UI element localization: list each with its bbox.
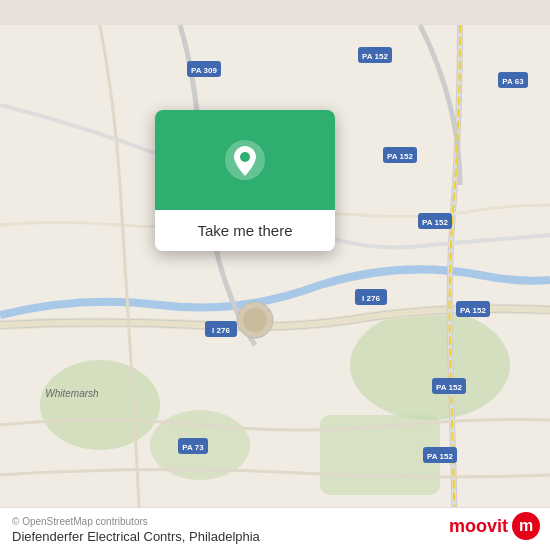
svg-text:PA 152: PA 152 (387, 152, 413, 161)
svg-text:PA 152: PA 152 (422, 218, 448, 227)
svg-point-31 (240, 152, 250, 162)
moovit-brand-icon: m (512, 512, 540, 540)
svg-text:I 276: I 276 (362, 294, 380, 303)
popup-header (155, 110, 335, 210)
svg-text:PA 63: PA 63 (502, 77, 524, 86)
svg-text:PA 309: PA 309 (191, 66, 217, 75)
map-background: PA 309 PA 152 PA 63 PA 152 PA 152 PA 152… (0, 0, 550, 550)
svg-point-6 (243, 308, 267, 332)
svg-text:I 276: I 276 (212, 326, 230, 335)
map-container: PA 309 PA 152 PA 63 PA 152 PA 152 PA 152… (0, 0, 550, 550)
svg-text:PA 152: PA 152 (460, 306, 486, 315)
location-pin-icon (223, 138, 267, 182)
svg-text:PA 152: PA 152 (362, 52, 388, 61)
svg-text:PA 152: PA 152 (436, 383, 462, 392)
popup-card: Take me there (155, 110, 335, 251)
svg-text:PA 152: PA 152 (427, 452, 453, 461)
svg-text:PA 73: PA 73 (182, 443, 204, 452)
svg-point-1 (350, 310, 510, 420)
svg-text:Whitemarsh: Whitemarsh (45, 388, 99, 399)
moovit-brand-text: moovit (449, 516, 508, 537)
svg-point-2 (40, 360, 160, 450)
moovit-logo: moovit m (449, 512, 540, 540)
take-me-there-button[interactable]: Take me there (155, 210, 335, 251)
